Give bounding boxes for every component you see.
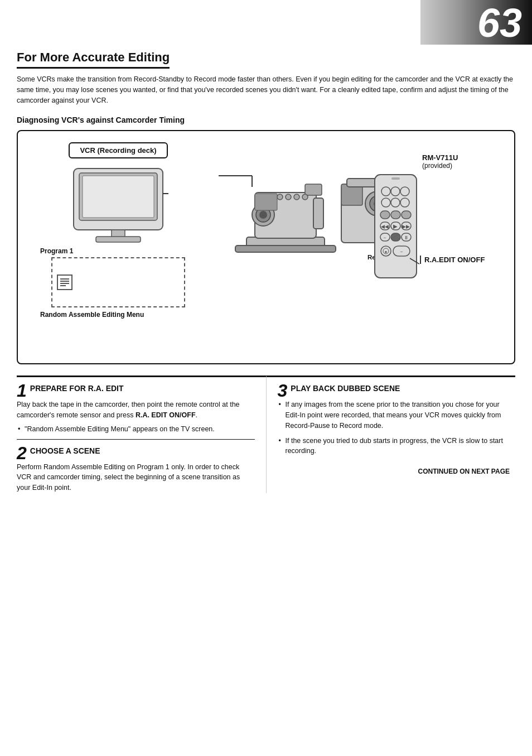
svg-rect-8: [60, 283, 69, 284]
svg-rect-15: [305, 184, 322, 195]
svg-text:◀◀: ◀◀: [381, 224, 389, 229]
step-1: 1 PREPARE FOR R.A. EDIT Play back the ta…: [17, 382, 255, 434]
step-right-column: 3 PLAY BACK DUBBED SCENE If any images f…: [266, 375, 516, 493]
step-1-bullet-1: "Random Assemble Editing Menu" appears o…: [25, 424, 255, 435]
camcorder-svg: [219, 142, 397, 298]
step-1-number: 1: [17, 382, 27, 399]
diagram-right: Remote sensor RM-V711U (provided): [219, 142, 503, 264]
diagram-box: VCR (Recording deck) Program 1: [17, 130, 515, 364]
svg-rect-7: [60, 281, 69, 282]
program-label: Program 1: [40, 247, 73, 255]
step-2-title: CHOOSE A SCENE: [30, 446, 100, 455]
svg-rect-51: [391, 233, 400, 241]
step-3-bullet-2: If the scene you tried to dub starts in …: [286, 436, 516, 457]
step-2-body: Perform Random Assemble Editing on Progr…: [17, 462, 255, 493]
intro-text: Some VCRs make the transition from Recor…: [17, 74, 515, 105]
dashed-box-inner: [57, 275, 72, 290]
svg-text:−: −: [383, 235, 386, 240]
svg-text:⏸: ⏸: [404, 235, 409, 240]
step-1-title: PREPARE FOR R.A. EDIT: [30, 384, 124, 393]
svg-rect-9: [60, 285, 66, 286]
svg-rect-2: [83, 176, 154, 218]
svg-point-20: [286, 194, 291, 200]
svg-rect-41: [391, 211, 400, 219]
random-assemble-label: Random Assemble Editing Menu: [40, 311, 144, 319]
step-2: 2 CHOOSE A SCENE Perform Random Assemble…: [17, 444, 255, 493]
svg-text:●: ●: [385, 249, 388, 254]
vcr-label: VCR (Recording deck): [69, 142, 167, 158]
diagram-left: VCR (Recording deck) Program 1: [29, 142, 207, 319]
tv-illustration: [68, 163, 168, 244]
step-3: 3 PLAY BACK DUBBED SCENE If any images f…: [278, 382, 516, 456]
step-1-body: Play back the tape in the camcorder, the…: [17, 399, 255, 421]
section-title: Diagnosing VCR's against Camcorder Timin…: [17, 115, 515, 124]
svg-point-18: [259, 211, 267, 219]
step-left-column: 1 PREPARE FOR R.A. EDIT Play back the ta…: [17, 375, 266, 493]
svg-rect-42: [402, 211, 411, 219]
step-divider-1-2: [17, 439, 255, 440]
step-3-bullet-1: If any images from the scene prior to th…: [286, 399, 516, 431]
rm-label: RM-V711U: [422, 153, 458, 162]
svg-point-19: [277, 194, 283, 200]
step-3-number: 3: [278, 382, 288, 399]
step-2-number: 2: [17, 444, 27, 462]
steps-container: 1 PREPARE FOR R.A. EDIT Play back the ta…: [17, 375, 515, 493]
svg-rect-40: [380, 211, 390, 219]
remote-control-area: RM-V711U (provided): [372, 153, 485, 264]
continued-label: CONTINUED ON NEXT PAGE: [278, 468, 516, 475]
rm-sublabel: (provided): [422, 162, 458, 170]
page-title: For More Accurate Editing: [17, 50, 170, 69]
svg-rect-13: [235, 245, 336, 252]
dashed-editing-box: [51, 257, 185, 307]
rm-label-area: RM-V711U (provided): [422, 153, 458, 170]
camcorder-area: Remote sensor: [219, 142, 397, 263]
svg-text:▶▶: ▶▶: [402, 224, 410, 229]
svg-rect-6: [60, 278, 69, 280]
svg-rect-4: [96, 237, 141, 242]
step-3-title: PLAY BACK DUBBED SCENE: [291, 384, 400, 393]
main-content: For More Accurate Editing Some VCRs make…: [0, 0, 532, 504]
step-3-body: If any images from the scene prior to th…: [278, 399, 516, 456]
ra-edit-label: R.A.EDIT ON/OFF: [420, 256, 485, 264]
svg-point-21: [294, 194, 299, 200]
svg-text:▶: ▶: [393, 223, 398, 229]
svg-text:−: −: [400, 249, 403, 254]
svg-point-22: [302, 194, 308, 200]
page-number: 63: [477, 3, 522, 43]
remote-svg: ◀◀ ▶ ▶▶ − ⏸ ● −: [372, 172, 419, 283]
svg-rect-23: [313, 198, 323, 229]
ra-edit-label-area: R.A.EDIT ON/OFF: [421, 256, 485, 264]
svg-rect-24: [255, 194, 277, 210]
menu-icon: [59, 277, 70, 288]
svg-rect-33: [391, 177, 400, 180]
